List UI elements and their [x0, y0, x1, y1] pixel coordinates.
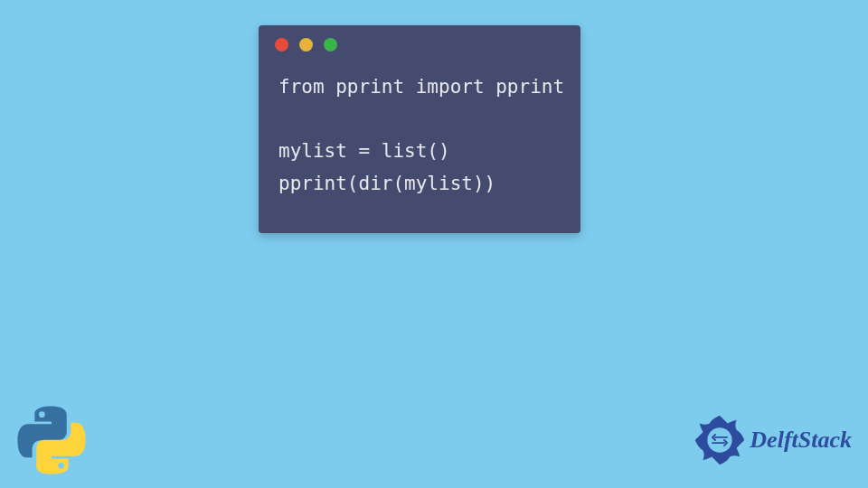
window-controls — [259, 25, 580, 64]
maximize-icon — [324, 38, 337, 52]
python-logo-icon — [16, 405, 87, 475]
minimize-icon — [299, 38, 313, 52]
delftstack-text: DelftStack — [750, 427, 852, 454]
code-window: from pprint import pprint mylist = list(… — [259, 25, 580, 233]
svg-point-0 — [708, 427, 732, 452]
delftstack-logo: DelftStack — [692, 412, 852, 468]
code-line-1: from pprint import pprint — [278, 76, 564, 98]
close-icon — [275, 38, 288, 52]
delftstack-emblem-icon — [692, 412, 748, 468]
code-line-3: mylist = list() — [278, 140, 450, 162]
code-content: from pprint import pprint mylist = list(… — [259, 64, 580, 208]
code-line-4: pprint(dir(mylist)) — [278, 173, 495, 194]
